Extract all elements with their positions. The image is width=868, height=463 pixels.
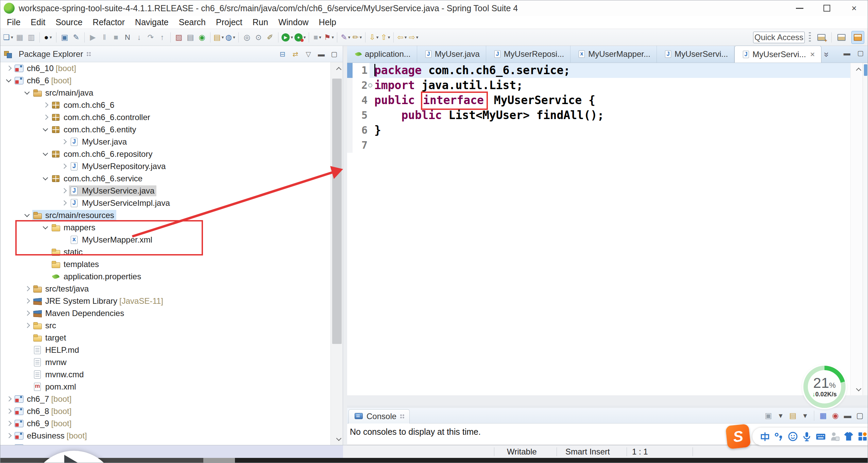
sogou-logo[interactable]: S — [726, 424, 751, 449]
tree-item-static[interactable]: static — [0, 246, 330, 258]
package-explorer-title[interactable]: Package Explorer — [19, 49, 83, 59]
tree-item-com-ch-ch6-6-service[interactable]: com.ch.ch6_6.service — [0, 172, 330, 185]
chevron-right-icon[interactable] — [4, 63, 14, 73]
menu-navigate[interactable]: Navigate — [130, 16, 174, 29]
code-line[interactable]: 6} — [347, 123, 850, 138]
tree-item-ch6-8[interactable]: ch6_8 [boot] — [0, 405, 330, 417]
code-line[interactable]: 4public interface MyUserService { — [347, 93, 850, 108]
toolbar-suspend-button[interactable]: ‖ — [99, 31, 110, 44]
chevron-right-icon[interactable] — [59, 137, 69, 147]
toolbar-coverage-button[interactable]: ▨ — [173, 31, 185, 44]
chevron-right-icon[interactable] — [22, 296, 32, 306]
editor-tab-myuser-java-1[interactable]: MyUser.java — [417, 46, 486, 63]
toolbar-terminate-button[interactable]: ■ — [110, 31, 122, 44]
ime-punctuation-button[interactable] — [773, 430, 785, 443]
toolbar-save-button[interactable]: ▦ — [14, 31, 25, 44]
tree-item-com-ch-ch6-6-repository[interactable]: com.ch.ch6_6.repository — [0, 148, 330, 160]
editor-tab-myuserreposi-2[interactable]: MyUserReposi... — [486, 46, 571, 63]
chevron-down-icon[interactable] — [22, 88, 32, 98]
toolbar-run-external-tools-button[interactable]: ●▾ — [42, 31, 54, 44]
tree-item-templates[interactable]: templates — [0, 258, 330, 270]
tree-item-nprojectssm[interactable]: nProjectSSM — [0, 442, 330, 445]
editor-tab-application-0[interactable]: application... — [347, 46, 417, 63]
toolbar-step-over-button[interactable]: ↷ — [145, 31, 156, 44]
menu-file[interactable]: File — [2, 16, 25, 29]
tree-item-ch6-10[interactable]: ch6_10 [boot] — [0, 62, 330, 75]
view-menu-button[interactable]: ▽ — [303, 48, 314, 60]
console-open-console-button[interactable]: ▣ — [763, 409, 774, 422]
console-tab[interactable]: Console — [348, 409, 410, 424]
toolbar-annotate-button[interactable]: ✏▾ — [351, 31, 363, 44]
open-perspective-button[interactable]: + — [815, 31, 828, 44]
ime-voice-button[interactable] — [801, 430, 813, 443]
toolbar-junit-button[interactable]: ▤ — [185, 31, 196, 44]
console-maximize-view-button[interactable]: ▢ — [854, 409, 866, 422]
toolbar-open-element-button[interactable]: ▣ — [59, 31, 70, 44]
tree-item-application-properties[interactable]: application.properties — [0, 270, 330, 283]
console-display-selected-console-button[interactable]: ▤ — [787, 409, 799, 422]
code-line[interactable]: 7 — [347, 138, 850, 153]
toolbar-search-button[interactable]: ⊙ — [253, 31, 264, 44]
scroll-up-icon[interactable] — [331, 62, 343, 75]
console-open-console-menu-button[interactable]: ▾ — [775, 409, 786, 422]
close-button[interactable]: × — [840, 0, 868, 16]
editor-vertical-scrollbar[interactable] — [850, 63, 863, 395]
tree-item-target[interactable]: target — [0, 332, 330, 344]
chevron-right-icon[interactable] — [59, 161, 69, 171]
menu-run[interactable]: Run — [248, 16, 273, 29]
minimize-editor-button[interactable]: ▬ — [841, 47, 853, 59]
tree-item-com-ch-ch6-6[interactable]: com.ch.ch6_6 — [0, 99, 330, 111]
tree-item-mappers[interactable]: mappers — [0, 221, 330, 234]
menu-refactor[interactable]: Refactor — [88, 16, 130, 29]
toolbar-debug-button[interactable]: ●▾ — [294, 31, 307, 44]
toolbar-mark-occurrences-button[interactable]: ✐ — [264, 31, 276, 44]
code-line[interactable]: 2import java.util.List; — [347, 78, 850, 93]
chevron-down-icon[interactable] — [40, 173, 51, 184]
tree-item-myuserrepository-java[interactable]: MyUserRepository.java — [0, 160, 330, 172]
toolbar-profile-button[interactable]: ⚑▾ — [323, 31, 335, 44]
link-with-editor-button[interactable]: ⇄ — [290, 48, 301, 60]
menu-help[interactable]: Help — [314, 16, 341, 29]
perspective-spring-button[interactable] — [851, 31, 864, 44]
toolbar-forward-button[interactable]: ⇨▾ — [408, 31, 419, 44]
scroll-down-icon[interactable] — [851, 383, 863, 395]
editor-tab-myuserservi-4[interactable]: MyUserServi... — [657, 46, 734, 63]
video-progress-bar[interactable] — [0, 458, 868, 463]
tree-item-maven-dependencies[interactable]: Maven Dependencies — [0, 307, 330, 319]
toolbar-save-all-button[interactable]: ▥ — [25, 31, 37, 44]
explorer-scrollbar[interactable] — [330, 62, 343, 445]
toolbar-boot-dashboard-button[interactable]: ◉ — [196, 31, 208, 44]
tree-item-src[interactable]: src — [0, 319, 330, 332]
tree-item-src-test-java[interactable]: src/test/java — [0, 283, 330, 295]
toolbar-web-browser-button[interactable]: ◍▾ — [224, 31, 236, 44]
console-pin-console-button[interactable]: ▦ — [817, 409, 829, 422]
chevron-right-icon[interactable] — [4, 394, 14, 404]
tree-item-src-main-resources[interactable]: src/main/resources — [0, 209, 330, 221]
code-line[interactable]: 5 public List<MyUser> findAll(); — [347, 108, 850, 123]
code-editor[interactable]: 1package com.ch.ch6_6.service;2import ja… — [347, 63, 850, 395]
toolbar-back-button[interactable]: ⇦▾ — [396, 31, 408, 44]
toolbar-resume-button[interactable]: ▶ — [87, 31, 99, 44]
overview-ruler[interactable] — [863, 63, 868, 395]
chevron-right-icon[interactable] — [59, 198, 69, 208]
network-monitor-overlay[interactable]: 21% ↓0.02K/s — [803, 366, 846, 408]
ime-skin-button[interactable] — [843, 430, 854, 443]
chevron-right-icon[interactable] — [4, 406, 14, 416]
toolbar-last-edit-location-button[interactable]: ◎ — [241, 31, 253, 44]
console-minimize-view-button[interactable]: ▬ — [842, 409, 853, 422]
toolbar-format-button[interactable]: ✎ — [70, 31, 82, 44]
tree-item-jre-system-library[interactable]: JRE System Library [JavaSE-11] — [0, 295, 330, 307]
tree-item-myuserservice-java[interactable]: MyUserService.java — [0, 185, 330, 197]
menu-search[interactable]: Search — [174, 16, 211, 29]
chevron-right-icon[interactable] — [22, 284, 32, 294]
maximize-editor-button[interactable]: ▢ — [855, 47, 866, 59]
tree-item-ch6-6[interactable]: ch6_6 [boot] — [0, 75, 330, 87]
tree-item-com-ch-ch6-6-controller[interactable]: com.ch.ch6_6.controller — [0, 111, 330, 123]
toolbar-step-into-button[interactable]: ↓ — [133, 31, 145, 44]
ime-toolbox-button[interactable] — [856, 430, 868, 443]
scroll-down-icon[interactable] — [331, 433, 343, 445]
tree-item-myusermapper-xml[interactable]: MyUserMapper.xml — [0, 234, 330, 246]
minimize-button[interactable] — [786, 0, 813, 16]
tab-overflow-chevron[interactable]: » — [821, 52, 832, 57]
menu-project[interactable]: Project — [211, 16, 248, 29]
